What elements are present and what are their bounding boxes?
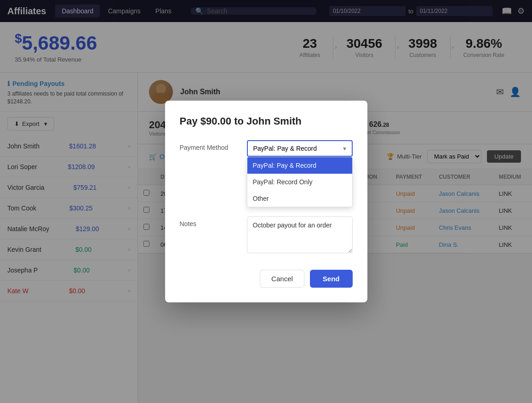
modal-title: Pay $90.00 to John Smith [180, 115, 353, 127]
cancel-button[interactable]: Cancel [260, 270, 304, 288]
modal-actions: Cancel Send [180, 270, 353, 288]
notes-group: Notes [180, 216, 353, 255]
pay-modal: Pay $90.00 to John Smith Payment Method … [165, 101, 367, 302]
dropdown-item-paypal-pay-record[interactable]: PayPal: Pay & Record [247, 157, 352, 174]
notes-label: Notes [180, 216, 240, 227]
modal-overlay[interactable]: Pay $90.00 to John Smith Payment Method … [0, 0, 532, 403]
notes-textarea[interactable] [247, 216, 353, 253]
payment-method-dropdown: PayPal: Pay & Record PayPal: Record Only… [247, 157, 353, 207]
select-chevron-icon: ▾ [343, 145, 346, 152]
payment-method-label: Payment Method [180, 140, 240, 151]
payment-method-selected[interactable]: PayPal: Pay & Record ▾ [247, 140, 353, 157]
payment-method-group: Payment Method PayPal: Pay & Record ▾ Pa… [180, 140, 353, 157]
dropdown-item-paypal-record-only[interactable]: PayPal: Record Only [247, 174, 352, 190]
dropdown-item-other[interactable]: Other [247, 190, 352, 207]
notes-field [247, 216, 353, 255]
payment-method-field: PayPal: Pay & Record ▾ PayPal: Pay & Rec… [247, 140, 353, 157]
send-button[interactable]: Send [310, 270, 353, 288]
